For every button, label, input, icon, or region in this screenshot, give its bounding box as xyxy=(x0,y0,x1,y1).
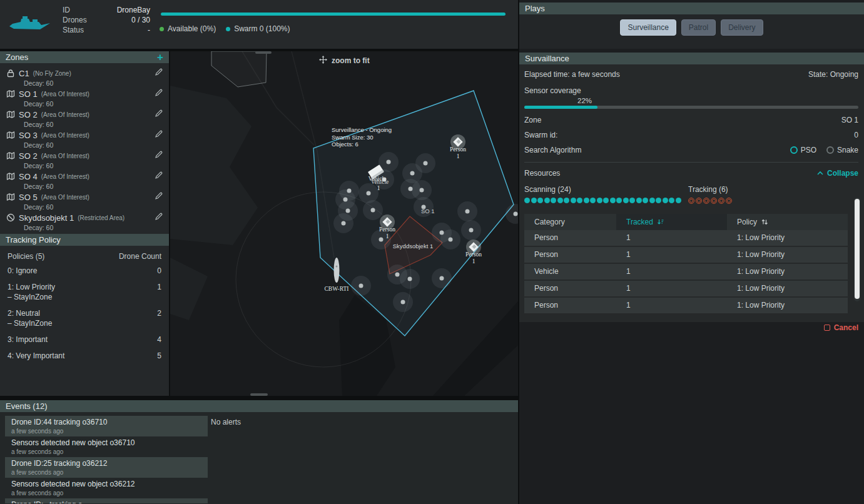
zone-name: C1 xyxy=(19,69,29,78)
surveillance-body: Elapsed time: a few seconds State: Ongoi… xyxy=(519,64,864,322)
cell-category: Person xyxy=(524,230,616,247)
fleet-labels: ID Drones Status xyxy=(63,5,87,35)
scanning-label: Scanning (24) xyxy=(524,185,688,194)
search-algorithm-label: Search Algorithm xyxy=(524,146,581,154)
edit-icon[interactable] xyxy=(155,129,163,141)
table-row[interactable]: Vehicle11: Low Priority xyxy=(524,264,848,281)
surveillance-title: Survaillance xyxy=(525,53,569,64)
event-timestamp: a few seconds ago xyxy=(11,469,201,476)
drone-dot xyxy=(342,221,346,226)
cell-tracked: 1 xyxy=(616,298,727,315)
edit-icon[interactable] xyxy=(155,68,163,79)
chevron-up-icon xyxy=(816,170,824,176)
table-row[interactable]: Person11: Low Priority xyxy=(524,281,848,298)
id-value: DroneBay xyxy=(88,5,150,15)
zone-name: SO 2 xyxy=(19,151,38,161)
edit-icon[interactable] xyxy=(155,171,163,182)
drone-dot xyxy=(420,188,424,193)
zone-type: (Area Of Interest) xyxy=(41,111,89,118)
fleet-legend: Available (0%)Swarm 0 (100%) xyxy=(160,24,290,33)
zone-list-item[interactable]: C1(No Fly Zone)Decay: 60 xyxy=(0,66,169,87)
tracking-ring-icon xyxy=(696,198,702,204)
collapse-button[interactable]: Collapse xyxy=(816,169,858,178)
zone-list-item[interactable]: SO 2(Area Of Interest)Decay: 60 xyxy=(0,149,169,169)
zone-list-item[interactable]: SO 3(Area Of Interest)Decay: 60 xyxy=(0,128,169,149)
drone-dot xyxy=(410,171,415,176)
policies-label: Policies (5) xyxy=(8,252,44,261)
zone-decay: Decay: 60 xyxy=(24,99,163,108)
algo-option-snake[interactable]: Snake xyxy=(826,146,858,154)
coverage-percent: 22% xyxy=(524,97,858,104)
scanning-dot xyxy=(597,198,602,203)
svg-text:1: 1 xyxy=(457,153,460,159)
zone-list-item[interactable]: Skyddsobjekt 1(Restricted Area)Decay: 60 xyxy=(0,211,169,231)
search-algorithm-options: PSOSnake xyxy=(790,146,858,154)
event-timestamp: a few seconds ago xyxy=(11,490,201,496)
no-entry-icon xyxy=(6,213,19,222)
cancel-button[interactable]: Cancel xyxy=(524,323,858,332)
edit-icon[interactable] xyxy=(155,212,163,223)
event-list-item[interactable]: Sensors detected new object o36212a few … xyxy=(5,478,208,498)
table-row[interactable]: Person11: Low Priority xyxy=(524,247,848,264)
event-timestamp: a few seconds ago xyxy=(11,448,201,455)
scanning-dot xyxy=(663,198,668,203)
event-list-item[interactable]: Drone ID:.. tracking o… xyxy=(5,498,208,503)
event-list-item[interactable]: Sensors detected new object o36710a few … xyxy=(5,436,208,457)
zone-list-item[interactable]: SO 2(Area Of Interest)Decay: 60 xyxy=(0,108,169,128)
zone-list-item[interactable]: SO 1(Area Of Interest)Decay: 60 xyxy=(0,87,169,108)
edit-icon[interactable] xyxy=(155,109,163,120)
map-icon xyxy=(6,172,19,181)
legend-label: Swarm 0 (100%) xyxy=(234,24,290,33)
drones-label: Drones xyxy=(63,15,87,25)
scanning-dot xyxy=(623,198,629,203)
column-header-tracked[interactable]: Tracked xyxy=(616,214,727,230)
event-list-item[interactable]: Drone ID:44 tracking o36710a few seconds… xyxy=(5,416,208,436)
scanning-dot xyxy=(524,198,530,203)
play-button-delivery[interactable]: Delivery xyxy=(721,19,763,36)
legend-dot xyxy=(160,27,164,31)
zone-list-item[interactable]: SO 4(Area Of Interest)Decay: 60 xyxy=(0,169,169,190)
column-header-category[interactable]: Category xyxy=(524,214,616,230)
svg-text:1: 1 xyxy=(386,233,389,239)
svg-text:1: 1 xyxy=(472,258,475,265)
map-icon xyxy=(6,131,19,139)
add-zone-button[interactable]: + xyxy=(157,51,163,63)
radio-icon xyxy=(826,146,834,154)
zone-type: (No Fly Zone) xyxy=(33,70,71,77)
scanning-dot xyxy=(603,198,609,203)
swarm-progress-bar xyxy=(161,13,506,16)
map-view[interactable]: zoom to fit Surveillance - OngoingSwarm … xyxy=(170,51,518,396)
column-header-policy[interactable]: Policy xyxy=(727,214,848,230)
person-marker-label: Person xyxy=(450,146,466,153)
algo-option-pso[interactable]: PSO xyxy=(790,146,816,154)
coverage-progress-fill xyxy=(524,106,597,109)
scanning-dot xyxy=(676,198,681,203)
edit-icon[interactable] xyxy=(155,150,163,161)
radio-icon xyxy=(790,146,798,154)
tracking-policy-header: Tracking Policy xyxy=(0,234,169,246)
scrollbar-thumb[interactable] xyxy=(855,199,860,299)
legend-item: Swarm 0 (100%) xyxy=(226,24,290,33)
event-list-item[interactable]: Drone ID:25 tracking o36212a few seconds… xyxy=(5,457,208,478)
edit-icon[interactable] xyxy=(155,191,163,203)
zoom-to-fit-button[interactable]: zoom to fit xyxy=(319,56,370,66)
right-panel: Plays SurveillancePatrolDelivery Survail… xyxy=(519,0,864,504)
swarm-id-label: Swarm id: xyxy=(524,131,557,139)
play-button-surveillance[interactable]: Surveillance xyxy=(620,19,676,36)
table-row[interactable]: Person11: Low Priority xyxy=(524,230,848,247)
policy-row: 0: Ignore0 xyxy=(8,266,161,279)
policy-row: 4: Very Important5 xyxy=(8,351,161,364)
map-overlay-text: Objects: 6 xyxy=(332,141,358,148)
scanning-dot xyxy=(656,198,661,203)
ship-marker-label: CBW-RTI xyxy=(324,286,348,292)
tracking-dots xyxy=(688,194,733,206)
scanning-dots xyxy=(524,194,688,206)
map-canvas[interactable]: Surveillance - OngoingSwarm Size: 30Obje… xyxy=(170,51,518,396)
edit-icon[interactable] xyxy=(155,88,163,99)
zone-list-item[interactable]: SO 5(Area Of Interest)Decay: 60 xyxy=(0,190,169,211)
table-row[interactable]: Person11: Low Priority xyxy=(524,298,848,315)
play-button-patrol[interactable]: Patrol xyxy=(681,19,716,36)
events-body: Drone ID:44 tracking o36710a few seconds… xyxy=(0,412,518,503)
table-scrollbar[interactable] xyxy=(854,198,860,301)
zones-list: C1(No Fly Zone)Decay: 60SO 1(Area Of Int… xyxy=(0,63,169,234)
